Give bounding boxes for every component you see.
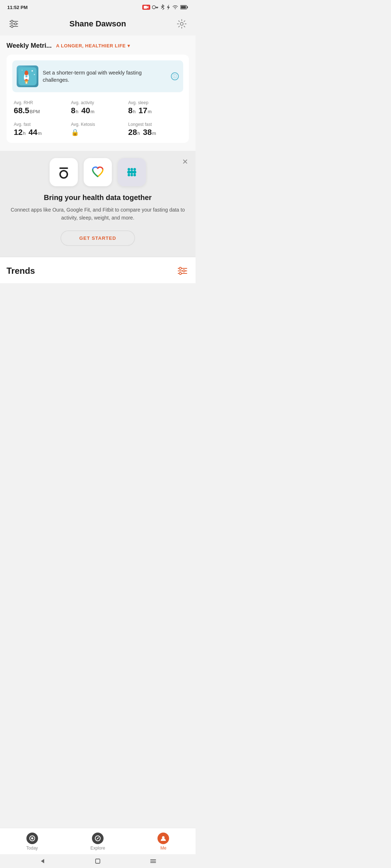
svg-rect-5	[156, 8, 157, 8]
goal-card: Set a shorter-term goal with weekly fast…	[7, 55, 189, 143]
trends-title: Trends	[7, 266, 35, 276]
svg-point-18	[180, 22, 183, 25]
status-time: 11:52 PM	[7, 5, 28, 10]
metric-value: 8h 40m	[71, 106, 125, 115]
svg-point-34	[131, 168, 133, 171]
weekly-header: Weekly Metri... A LONGER, HEALTHIER LIFE…	[7, 42, 189, 50]
svg-point-38	[133, 171, 136, 174]
svg-point-15	[11, 20, 13, 22]
connect-title: Bring your health data together	[7, 193, 189, 202]
svg-point-21	[34, 74, 35, 75]
svg-line-7	[161, 7, 163, 9]
oura-app-icon	[50, 158, 78, 186]
goal-text: Set a shorter-term goal with weekly fast…	[43, 69, 167, 84]
svg-rect-11	[181, 6, 186, 9]
weekly-badge[interactable]: A LONGER, HEALTHIER LIFE ▾	[56, 43, 130, 48]
svg-point-36	[127, 171, 131, 174]
metric-avg-fast: Avg. fast 12h 44m	[14, 122, 67, 137]
wifi-icon	[172, 5, 178, 10]
metrics-grid: Avg. RHR 68.5 BPM Avg. activity 8h 40m A…	[12, 99, 183, 137]
metric-avg-rhr: Avg. RHR 68.5 BPM	[14, 100, 67, 115]
key-icon	[152, 5, 159, 10]
googlefit-app-icon	[84, 158, 112, 186]
metric-value-locked: 🔒	[71, 128, 125, 136]
svg-rect-0	[144, 6, 147, 9]
weekly-title: Weekly Metri...	[7, 42, 52, 50]
chevron-down-icon: ▾	[127, 43, 130, 48]
trends-filter-icon[interactable]	[176, 264, 189, 277]
metric-avg-activity: Avg. activity 8h 40m	[71, 100, 125, 115]
get-started-button[interactable]: GET STARTED	[60, 230, 135, 246]
svg-marker-1	[147, 6, 149, 9]
metric-avg-sleep: Avg. sleep 8h 17m	[128, 100, 182, 115]
status-bar: 11:52 PM	[0, 0, 196, 14]
connect-apps-row	[7, 158, 189, 186]
svg-point-45	[179, 267, 181, 269]
metric-value: 28h 38m	[128, 128, 182, 137]
settings-icon[interactable]	[175, 17, 188, 30]
svg-point-40	[131, 174, 133, 176]
svg-point-26	[26, 76, 27, 77]
svg-point-37	[130, 171, 134, 174]
svg-point-46	[183, 270, 185, 272]
metric-label: Avg. sleep	[128, 100, 182, 105]
metric-label: Avg. RHR	[14, 100, 67, 105]
metric-value: 12h 44m	[14, 128, 67, 137]
svg-point-20	[31, 70, 33, 72]
connect-desc: Connect apps like Oura, Google Fit, and …	[7, 206, 189, 222]
svg-point-22	[22, 70, 22, 71]
metric-label: Longest fast	[128, 122, 182, 127]
svg-rect-31	[59, 167, 68, 169]
metric-value: 8h 17m	[128, 106, 182, 115]
svg-point-41	[134, 174, 136, 176]
metric-label: Avg. fast	[14, 122, 67, 127]
bluetooth-icon	[160, 4, 165, 10]
goal-image	[17, 65, 38, 87]
metric-longest-fast: Longest fast 28h 38m	[128, 122, 182, 137]
flash-icon	[167, 4, 170, 10]
svg-point-24	[25, 71, 28, 76]
svg-point-33	[128, 168, 130, 171]
svg-point-35	[134, 168, 136, 171]
filter-icon[interactable]	[7, 17, 20, 30]
connect-section: ✕	[0, 151, 196, 257]
metric-value: 68.5 BPM	[14, 106, 67, 115]
fitbit-app-icon	[118, 158, 146, 186]
goal-banner: Set a shorter-term goal with weekly fast…	[12, 60, 183, 92]
svg-point-16	[14, 23, 17, 25]
status-icons	[142, 4, 188, 10]
svg-point-30	[26, 82, 28, 84]
battery-icon	[180, 5, 188, 9]
lock-icon: 🔒	[71, 128, 79, 136]
goal-info-icon[interactable]: ⓘ	[171, 72, 179, 80]
svg-rect-3	[155, 7, 158, 8]
trends-section: Trends	[0, 257, 196, 283]
svg-point-39	[128, 174, 130, 176]
metric-label: Avg. activity	[71, 100, 125, 105]
svg-point-47	[179, 272, 181, 275]
metric-avg-ketosis[interactable]: Avg. Ketosis 🔒	[71, 122, 125, 137]
svg-marker-8	[167, 4, 170, 10]
weekly-badge-text: A LONGER, HEALTHIER LIFE	[56, 43, 126, 48]
weekly-metrics-section: Weekly Metri... A LONGER, HEALTHIER LIFE…	[0, 35, 196, 151]
page-title: Shane Dawson	[70, 19, 126, 29]
svg-rect-4	[157, 8, 158, 8]
metric-label: Avg. Ketosis	[71, 122, 125, 127]
svg-rect-10	[187, 7, 188, 8]
header: Shane Dawson	[0, 14, 196, 35]
svg-point-32	[60, 171, 67, 178]
svg-point-2	[152, 6, 156, 9]
svg-point-17	[11, 25, 13, 27]
recording-icon	[142, 5, 150, 10]
